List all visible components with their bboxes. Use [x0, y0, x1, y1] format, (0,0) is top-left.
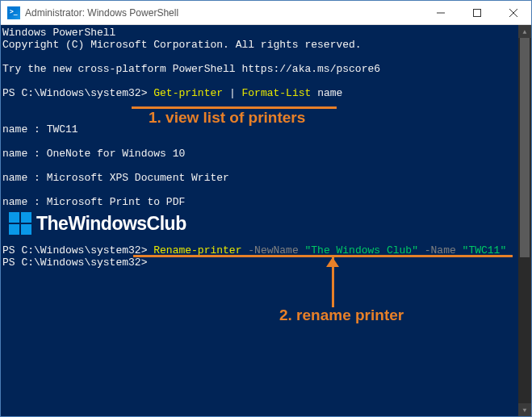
printer-4: Microsoft Print to PDF	[47, 196, 186, 208]
window-title: Administrator: Windows PowerShell	[25, 7, 422, 19]
result-label-2: name :	[2, 148, 40, 160]
powershell-icon	[7, 6, 20, 19]
scroll-up-icon[interactable]: ▲	[518, 25, 531, 38]
result-label-1: name :	[2, 123, 40, 136]
cmd1-arg: name	[317, 87, 342, 99]
console-area[interactable]: Windows PowerShell Copyright (C) Microso…	[1, 25, 531, 416]
annotation-underline-2	[133, 255, 513, 257]
printer-1: TWC11	[47, 123, 78, 136]
annotation-text-2: 2. rename printer	[279, 309, 404, 321]
cmd1-pipe: |	[229, 87, 236, 99]
printer-2: OneNote for Windows 10	[47, 148, 186, 160]
watermark-text: TheWindowsClub	[36, 218, 186, 230]
annotation-text-1: 1. view list of printers	[149, 111, 305, 123]
prompt-2: PS C:\Windows\system32>	[2, 244, 147, 256]
result-label-3: name :	[2, 172, 40, 184]
result-label-4: name :	[2, 196, 40, 208]
minimize-button[interactable]	[422, 1, 459, 24]
cmd1-formatlist: Format-List	[242, 87, 312, 99]
printer-3: Microsoft XPS Document Writer	[47, 172, 229, 184]
windows-logo-icon	[9, 212, 31, 235]
header-line2: Copyright (C) Microsoft Corporation. All…	[2, 39, 362, 51]
powershell-window: Administrator: Windows PowerShell Window…	[0, 0, 532, 417]
header-line1: Windows PowerShell	[2, 27, 115, 39]
cmd1-getprinter: Get-printer	[153, 87, 223, 99]
svg-rect-1	[473, 9, 480, 16]
scrollbar-thumb[interactable]	[520, 38, 530, 257]
prompt-1: PS C:\Windows\system32>	[2, 87, 147, 99]
titlebar[interactable]: Administrator: Windows PowerShell	[1, 1, 531, 25]
window-controls	[422, 1, 531, 24]
annotation-arrow-line	[332, 257, 334, 307]
vertical-scrollbar[interactable]: ▲ ▼	[518, 25, 531, 416]
scroll-down-icon[interactable]: ▼	[518, 403, 531, 416]
scrollbar-track[interactable]	[518, 38, 531, 403]
close-button[interactable]	[495, 1, 531, 24]
maximize-button[interactable]	[459, 1, 495, 24]
prompt-3: PS C:\Windows\system32>	[2, 256, 147, 269]
watermark: TheWindowsClub	[9, 212, 186, 235]
try-message: Try the new cross-platform PowerShell ht…	[2, 63, 380, 75]
